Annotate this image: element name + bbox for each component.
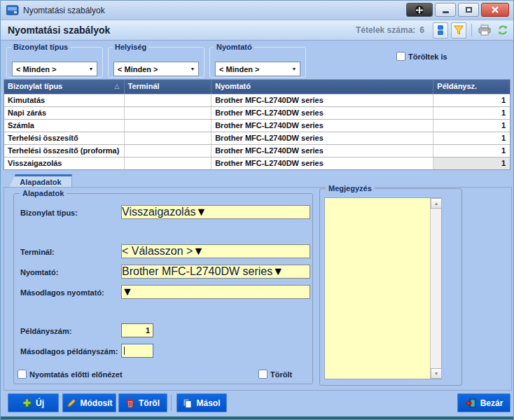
header-bar: Nyomtatási szabályok Tételek száma: 6 [1,20,513,41]
window-bottom-edge [1,416,513,419]
close-window-button[interactable]: Bezár [457,393,510,412]
new-button[interactable]: Új [8,393,59,412]
maximize-icon[interactable] [458,3,479,17]
table-row[interactable]: Napi zárás Brother MFC-L2740DW series 1 [4,106,510,119]
preview-checkbox[interactable]: Nyomtatás előtti előnézet [18,370,123,379]
filter-document-type-label: Bizonylat típus [11,43,70,51]
chevron-down-icon: ▼ [193,245,204,258]
table-header-row: Bizonylat típus△ Terminál Nyomtató Példá… [4,80,510,94]
grid-view-icon[interactable] [433,22,448,38]
column-header[interactable]: Terminál [124,80,211,94]
filter-location-label: Helyiség [113,43,148,51]
comment-textarea[interactable]: ▲ ▼ [324,197,442,379]
window: Nyomtatási szabályok Nyomtatási szabályo… [0,0,514,420]
scroll-up-icon[interactable]: ▲ [431,198,442,209]
filter-location-group: Helyiség < Minden > ▼ [108,43,204,78]
rules-table: Bizonylat típus△ Terminál Nyomtató Példá… [4,79,510,170]
sort-ascending-icon: △ [115,83,120,90]
window-title: Nyomtatási szabályok [23,6,105,15]
scroll-down-icon[interactable]: ▼ [431,368,442,379]
refresh-icon[interactable] [495,22,510,38]
chevron-down-icon: ▼ [196,206,207,218]
secondary-printer-label: Másodlagos nyomtató: [20,288,104,297]
tab-alapadatok[interactable]: Alapadatok [9,174,72,188]
minimize-icon[interactable] [435,3,456,17]
titlebar: Nyomtatási szabályok [1,1,513,20]
chevron-down-icon: ▼ [272,265,284,278]
text-caret [124,346,125,355]
secondary-copies-input[interactable] [121,344,153,358]
column-header[interactable]: Nyomtató [211,80,433,94]
document-type-select[interactable]: Visszaigazolás ▼ [121,205,310,219]
column-header[interactable]: Példánysz. [433,80,510,94]
terminal-select[interactable]: < Válasszon > ▼ [121,244,310,258]
table-row[interactable]: Számla Brother MFC-L2740DW series 1 [4,119,510,132]
items-count-label: Tételek száma: [356,25,415,35]
table-row[interactable]: Kimutatás Brother MFC-L2740DW series 1 [4,94,510,106]
page-title: Nyomtatási szabályok [1,24,110,36]
header-separator [471,24,472,36]
delete-button[interactable]: Töröl [118,393,167,412]
toolbar-separator [171,395,172,411]
document-type-label: Bizonylat típus: [20,209,78,217]
filter-printer-select[interactable]: < Minden > ▼ [215,62,300,76]
chevron-down-icon: ▼ [85,66,97,71]
table-row[interactable]: Terhelési összesítő Brother MFC-L2740DW … [4,132,510,144]
comment-group-title: Megjegyzés [326,184,375,192]
deleted-checkbox[interactable]: Törölt [258,370,292,379]
modify-button[interactable]: Módosít [62,393,116,412]
filter-printer-group: Nyomtató < Minden > ▼ [209,43,306,78]
window-controls [406,3,509,17]
deleted-too-checkbox[interactable]: Töröltek is [396,52,447,61]
chevron-down-icon: ▼ [187,66,198,71]
pencil-icon [67,398,76,407]
secondary-copies-label: Másodlagos példányszám: [20,347,118,356]
table-row[interactable]: Terhelési összesítő (proforma) Brother M… [4,144,510,157]
move-icon[interactable] [406,3,433,17]
filter-document-type-group: Bizonylat típus < Minden > ▼ [6,43,103,78]
checkbox-icon [258,370,268,379]
copy-button[interactable]: Másol [176,393,227,412]
exit-door-icon [465,398,476,408]
filter-document-type-select[interactable]: < Minden > ▼ [12,62,97,76]
checkbox-icon [18,370,27,379]
filter-printer-label: Nyomtató [214,43,254,51]
plus-icon [22,398,32,407]
column-header[interactable]: Bizonylat típus△ [4,80,124,94]
scrollbar[interactable]: ▲ ▼ [430,198,441,379]
filter-location-select[interactable]: < Minden > ▼ [113,62,199,76]
checkbox-icon [396,52,405,61]
app-icon [6,5,19,15]
terminal-label: Terminál: [20,248,55,256]
chevron-down-icon: ▼ [122,286,133,298]
items-count-value: 6 [419,25,424,35]
printer-select[interactable]: Brother MFC-L2740DW series ▼ [121,265,310,279]
copy-icon [183,398,192,408]
printer-label: Nyomtató: [20,268,58,276]
copies-label: Példányszám: [20,327,71,335]
trash-icon [126,398,134,408]
close-icon[interactable] [481,3,509,17]
secondary-printer-select[interactable]: ▼ [121,285,310,299]
copies-input[interactable]: 1 [121,323,153,337]
basic-data-group-title: Alapadatok [20,189,67,197]
chevron-down-icon: ▼ [289,66,300,71]
bottom-toolbar: Új Módosít Töröl Másol [1,391,513,418]
print-icon[interactable] [477,22,492,38]
filter-icon[interactable] [451,22,466,38]
table-row-selected[interactable]: Visszaigazolás Brother MFC-L2740DW serie… [4,157,510,169]
